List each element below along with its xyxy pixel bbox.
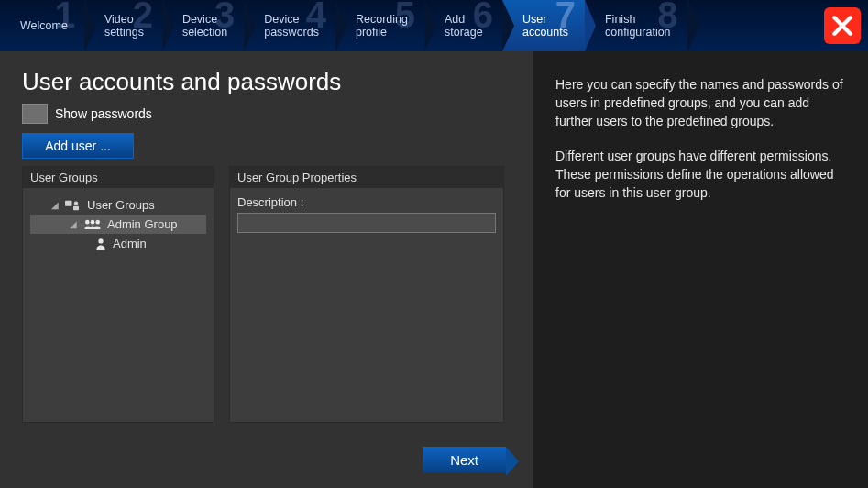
svg-rect-0 xyxy=(65,200,72,205)
step-recording-profile[interactable]: 5 Recording profile xyxy=(335,0,424,51)
tree-root-user-groups[interactable]: ◢ User Groups xyxy=(30,195,206,215)
checkbox-box[interactable] xyxy=(22,104,48,124)
user-groups-tree: ◢ User Groups ◢ Admin Group Admin xyxy=(23,188,214,421)
description-label: Description : xyxy=(237,195,496,209)
tree-root-label: User Groups xyxy=(87,198,155,212)
close-icon xyxy=(830,14,854,38)
step-welcome[interactable]: 1 Welcome xyxy=(0,0,84,51)
svg-point-6 xyxy=(98,238,103,243)
show-passwords-label: Show passwords xyxy=(55,106,152,121)
step-user-accounts[interactable]: 7 User accounts xyxy=(502,0,585,51)
group-icon xyxy=(83,218,102,231)
add-user-button[interactable]: Add user ... xyxy=(22,133,134,159)
help-paragraph-2: Different user groups have different per… xyxy=(555,147,846,202)
page-title: User accounts and passwords xyxy=(22,68,511,96)
groups-icon xyxy=(65,199,82,212)
wizard-stepper: 1 Welcome 2 Video settings 3 Device sele… xyxy=(0,0,868,51)
close-button[interactable] xyxy=(824,7,861,44)
svg-point-5 xyxy=(95,219,100,224)
user-groups-panel-title: User Groups xyxy=(23,167,214,188)
help-pane: Here you can specify the names and passw… xyxy=(533,51,868,488)
tree-group-label: Admin Group xyxy=(107,217,178,231)
tree-node-admin-group[interactable]: ◢ Admin Group xyxy=(30,215,206,234)
expand-icon[interactable]: ◢ xyxy=(69,219,78,229)
description-input[interactable] xyxy=(237,213,496,233)
svg-rect-2 xyxy=(73,205,79,210)
expand-icon[interactable]: ◢ xyxy=(50,200,60,210)
help-paragraph-1: Here you can specify the names and passw… xyxy=(555,75,846,130)
user-groups-panel: User Groups ◢ User Groups ◢ Admin Group xyxy=(22,166,214,423)
properties-panel-title: User Group Properties xyxy=(230,167,503,188)
svg-point-1 xyxy=(74,201,79,205)
content-pane: User accounts and passwords Show passwor… xyxy=(0,51,533,488)
svg-point-4 xyxy=(91,219,95,224)
user-group-properties-panel: User Group Properties Description : xyxy=(229,166,504,423)
step-finish-configuration[interactable]: 8 Finish configuration xyxy=(585,0,687,51)
show-passwords-checkbox[interactable]: Show passwords xyxy=(22,104,511,124)
next-button[interactable]: Next xyxy=(423,447,506,473)
step-device-passwords[interactable]: 4 Device passwords xyxy=(244,0,335,51)
user-icon xyxy=(94,238,107,250)
svg-point-3 xyxy=(85,219,90,224)
step-device-selection[interactable]: 3 Device selection xyxy=(162,0,244,51)
tree-user-label: Admin xyxy=(113,237,147,250)
tree-node-admin-user[interactable]: Admin xyxy=(30,234,206,253)
